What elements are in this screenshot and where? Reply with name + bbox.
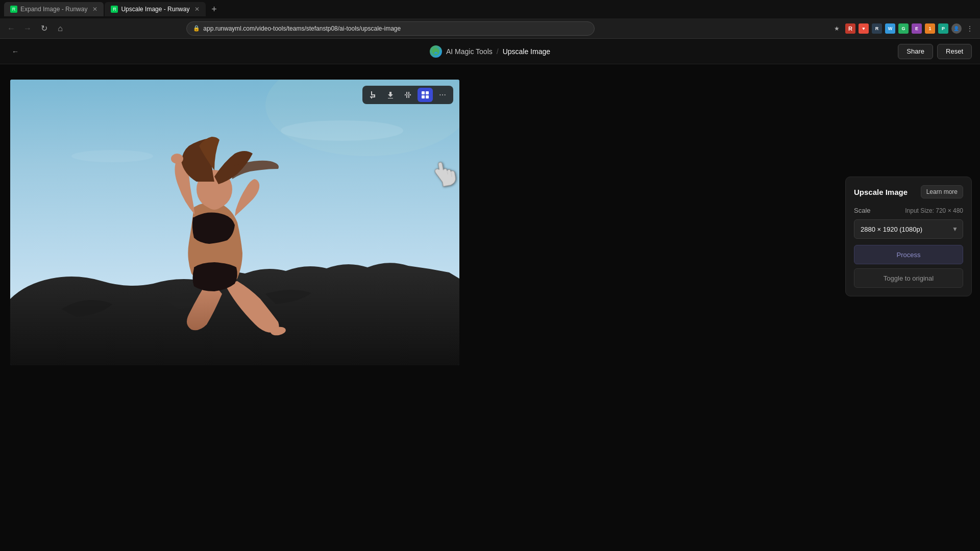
reload-button[interactable]: ↻	[37, 21, 51, 36]
scale-label: Scale	[854, 207, 871, 214]
forward-button[interactable]: →	[20, 21, 35, 36]
app-topbar: ← AI Magic Tools / Upscale Image Share R…	[0, 39, 980, 64]
svg-rect-9	[426, 91, 429, 94]
card-header: Upscale Image Learn more	[854, 185, 963, 198]
tab-bar: R Expand Image - Runway ✕ R Upscale Imag…	[0, 0, 980, 18]
browser-menu-icon[interactable]: ⋮	[964, 22, 976, 35]
image-toolbar: ⋯	[362, 86, 453, 104]
extension-icon-4[interactable]: W	[884, 22, 896, 35]
scale-row: Scale Input Size: 720 × 480	[854, 207, 963, 214]
ellipsis-icon: ⋯	[439, 91, 446, 99]
expand-tab-close[interactable]: ✕	[92, 6, 97, 13]
extension-icon-7[interactable]: 1	[924, 22, 936, 35]
settings-card: Upscale Image Learn more Scale Input Siz…	[845, 177, 972, 296]
address-lock-icon: 🔒	[193, 25, 200, 32]
reset-button[interactable]: Reset	[937, 44, 972, 59]
upscale-tab-close[interactable]: ✕	[194, 6, 200, 13]
extension-icon-1[interactable]: R	[844, 22, 856, 35]
input-size-text: Input Size: 720 × 480	[905, 207, 963, 214]
back-arrow-icon: ←	[12, 47, 19, 56]
right-panel: Upscale Image Learn more Scale Input Siz…	[837, 166, 980, 551]
scale-dropdown[interactable]: 2880 × 1920 (1080p) 1440 × 960 (720p) 57…	[854, 219, 963, 239]
svg-point-5	[171, 154, 183, 164]
breadcrumb-separator: /	[497, 47, 499, 56]
breadcrumb-app-label: AI Magic Tools	[446, 47, 493, 56]
expand-tab-favicon: R	[10, 6, 17, 13]
expand-tab-label: Expand Image - Runway	[20, 6, 87, 13]
address-bar-row: ← → ↻ ⌂ 🔒 app.runwayml.com/video-tools/t…	[0, 18, 980, 39]
svg-rect-8	[422, 91, 425, 94]
app-back-button[interactable]: ←	[8, 44, 22, 59]
address-bar[interactable]: 🔒 app.runwayml.com/video-tools/teams/ste…	[186, 21, 595, 36]
upscale-tab-favicon: R	[111, 6, 118, 13]
process-button[interactable]: Process	[854, 245, 963, 264]
topbar-actions: Share Reset	[898, 44, 972, 59]
add-tab-button[interactable]: +	[207, 2, 221, 16]
profile-icon[interactable]: 👤	[950, 22, 963, 35]
learn-more-button[interactable]: Learn more	[921, 185, 963, 198]
compare-button[interactable]	[400, 88, 415, 102]
back-button[interactable]: ←	[4, 21, 18, 36]
extension-icon-5[interactable]: G	[897, 22, 910, 35]
extension-icon-8[interactable]: P	[937, 22, 949, 35]
extension-icon-2[interactable]: ♥	[857, 22, 870, 35]
home-button[interactable]: ⌂	[53, 21, 67, 36]
more-options-button[interactable]: ⋯	[435, 88, 450, 102]
crop-tool-button[interactable]	[365, 88, 381, 102]
extension-icon-6[interactable]: E	[911, 22, 923, 35]
upscale-tab[interactable]: R Upscale Image - Runway ✕	[105, 2, 206, 16]
download-button[interactable]	[383, 88, 398, 102]
browser-extensions: ★ R ♥ R W G E 1 P	[831, 22, 976, 35]
upscale-tab-label: Upscale Image - Runway	[121, 6, 189, 13]
image-container: ⋯	[10, 80, 459, 365]
svg-rect-11	[426, 95, 429, 98]
scale-dropdown-wrapper: 2880 × 1920 (1080p) 1440 × 960 (720p) 57…	[854, 219, 963, 239]
expand-tab[interactable]: R Expand Image - Runway ✕	[4, 2, 104, 16]
breadcrumb-avatar	[430, 45, 442, 58]
grid-button[interactable]	[418, 88, 433, 102]
scene-svg	[10, 80, 459, 365]
svg-point-3	[71, 150, 153, 162]
svg-rect-10	[422, 95, 425, 98]
canvas-area: ⋯	[0, 64, 837, 551]
address-text: app.runwayml.com/video-tools/teams/stefa…	[203, 25, 401, 32]
browser-chrome: R Expand Image - Runway ✕ R Upscale Imag…	[0, 0, 980, 39]
extension-icon-3[interactable]: R	[871, 22, 883, 35]
card-title: Upscale Image	[854, 188, 908, 196]
breadcrumb: AI Magic Tools / Upscale Image	[430, 45, 550, 58]
toggle-original-button[interactable]: Toggle to original	[854, 268, 963, 288]
svg-point-0	[432, 48, 439, 55]
bookmark-star-icon[interactable]: ★	[831, 22, 843, 35]
image-scene: ⋯	[10, 80, 459, 365]
main-content: ⋯	[0, 64, 980, 551]
breadcrumb-current-label: Upscale Image	[503, 47, 550, 56]
share-button[interactable]: Share	[898, 44, 933, 59]
